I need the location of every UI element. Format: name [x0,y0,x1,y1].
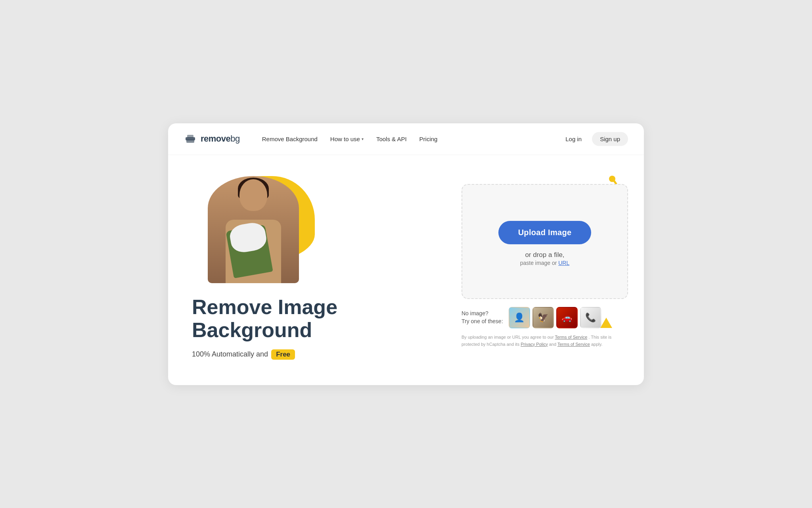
logo-text: removebg [201,134,240,144]
logo[interactable]: removebg [184,132,240,145]
signup-button[interactable]: Sign up [592,132,628,146]
nav-tools-api[interactable]: Tools & API [372,132,412,146]
flowers-white [228,221,268,255]
svg-rect-2 [186,140,194,143]
upload-drop-area[interactable]: Upload Image or drop a file, paste image… [462,184,628,299]
nav-how-to-use[interactable]: How to use ▾ [326,132,368,146]
tos-link[interactable]: Terms of Service [555,335,587,339]
tos-link-2[interactable]: Terms of Service [557,342,590,347]
sample-image-1[interactable]: 👤 [509,307,530,328]
svg-point-3 [609,176,615,182]
hero-person-image [208,176,299,283]
login-button[interactable]: Log in [560,132,587,146]
main-card: removebg Remove Background How to use ▾ … [168,123,644,385]
nav-links: Remove Background How to use ▾ Tools & A… [257,132,546,146]
legal-text: By uploading an image or URL you agree t… [462,334,628,348]
drop-instruction: or drop a file, paste image or URL [520,250,570,266]
person-body [226,220,281,283]
url-link[interactable]: URL [558,260,569,266]
hero-subtitle: 100% Automatically and Free [192,349,462,360]
drop-sub-text: paste image or URL [520,260,570,266]
sample-section: No image? Try one of these: 👤 🦅 🚗 📞 [462,307,628,328]
hero-image-wrapper [192,172,319,283]
privacy-link[interactable]: Privacy Policy [521,342,548,347]
svg-rect-1 [187,135,193,138]
sample-image-4[interactable]: 📞 [580,307,601,328]
sample-label: No image? Try one of these: [462,310,503,325]
logo-icon [184,132,197,145]
free-badge: Free [271,349,295,360]
hero-section: Remove Image Background 100% Automatical… [168,155,644,385]
person-silhouette [208,176,299,283]
chevron-down-icon: ▾ [362,137,364,141]
hero-left: Remove Image Background 100% Automatical… [192,172,462,359]
flowers [226,225,273,279]
upload-image-button[interactable]: Upload Image [498,221,592,244]
nav-remove-background[interactable]: Remove Background [257,132,322,146]
nav-actions: Log in Sign up [560,132,628,146]
hero-right: Upload Image or drop a file, paste image… [462,184,628,348]
hero-title: Remove Image Background [192,296,358,341]
navbar: removebg Remove Background How to use ▾ … [168,123,644,155]
nav-pricing[interactable]: Pricing [415,132,442,146]
person-head [239,179,267,211]
sample-image-2[interactable]: 🦅 [532,307,554,328]
subtitle-prefix: 100% Automatically and [192,350,268,358]
sample-image-3[interactable]: 🚗 [556,307,578,328]
sample-images: 👤 🦅 🚗 📞 [509,307,601,328]
drop-text: or drop a file, [520,250,570,260]
